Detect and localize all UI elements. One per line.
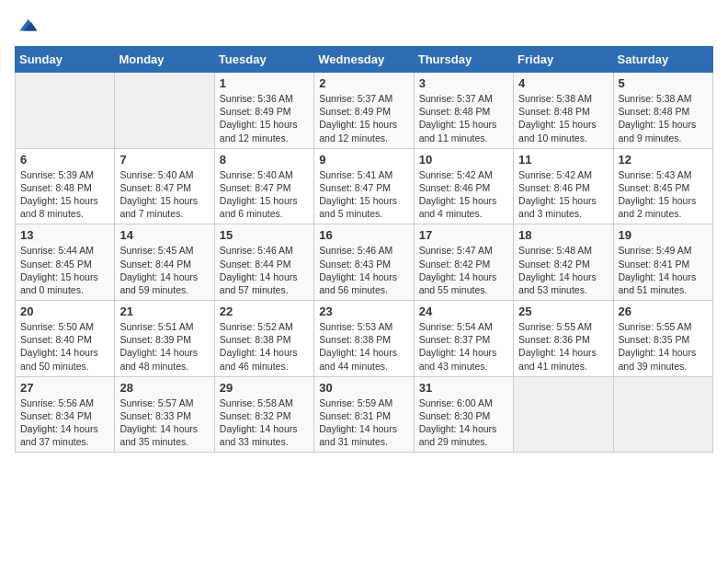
calendar-cell: 25Sunrise: 5:55 AMSunset: 8:36 PMDayligh…	[514, 301, 613, 377]
calendar-cell: 18Sunrise: 5:48 AMSunset: 8:42 PMDayligh…	[514, 224, 613, 301]
calendar-week-row: 20Sunrise: 5:50 AMSunset: 8:40 PMDayligh…	[16, 301, 713, 377]
day-number: 14	[119, 228, 209, 242]
day-info: Sunrise: 5:52 AMSunset: 8:38 PMDaylight:…	[220, 320, 309, 373]
calendar-cell: 16Sunrise: 5:46 AMSunset: 8:43 PMDayligh…	[314, 224, 414, 301]
calendar-cell: 6Sunrise: 5:39 AMSunset: 8:48 PMDaylight…	[16, 148, 115, 224]
calendar-cell: 30Sunrise: 5:59 AMSunset: 8:31 PMDayligh…	[314, 376, 414, 453]
calendar-header-row: SundayMondayTuesdayWednesdayThursdayFrid…	[16, 47, 713, 73]
day-info: Sunrise: 5:50 AMSunset: 8:40 PMDaylight:…	[20, 320, 109, 373]
day-info: Sunrise: 5:47 AMSunset: 8:42 PMDaylight:…	[419, 244, 508, 296]
day-info: Sunrise: 5:53 AMSunset: 8:38 PMDaylight:…	[319, 320, 408, 373]
day-number: 6	[20, 153, 109, 167]
day-number: 24	[419, 304, 508, 318]
day-info: Sunrise: 5:41 AMSunset: 8:47 PMDaylight:…	[319, 168, 408, 221]
day-info: Sunrise: 5:38 AMSunset: 8:48 PMDaylight:…	[518, 92, 608, 144]
calendar-cell: 23Sunrise: 5:53 AMSunset: 8:38 PMDayligh…	[314, 301, 414, 377]
calendar-cell: 20Sunrise: 5:50 AMSunset: 8:40 PMDayligh…	[16, 301, 115, 377]
day-number: 17	[419, 228, 508, 242]
calendar-cell: 8Sunrise: 5:40 AMSunset: 8:47 PMDaylight…	[214, 148, 313, 224]
day-info: Sunrise: 5:49 AMSunset: 8:41 PMDaylight:…	[619, 244, 708, 296]
calendar-cell: 28Sunrise: 5:57 AMSunset: 8:33 PMDayligh…	[115, 376, 214, 453]
day-number: 27	[20, 381, 109, 395]
day-info: Sunrise: 5:57 AMSunset: 8:33 PMDaylight:…	[119, 396, 209, 449]
calendar-week-row: 1Sunrise: 5:36 AMSunset: 8:49 PMDaylight…	[16, 73, 713, 149]
calendar-cell: 4Sunrise: 5:38 AMSunset: 8:48 PMDaylight…	[514, 73, 613, 149]
calendar-cell: 31Sunrise: 6:00 AMSunset: 8:30 PMDayligh…	[414, 376, 513, 453]
calendar-week-row: 13Sunrise: 5:44 AMSunset: 8:45 PMDayligh…	[16, 224, 713, 301]
day-info: Sunrise: 5:58 AMSunset: 8:32 PMDaylight:…	[220, 396, 309, 449]
day-number: 26	[619, 304, 708, 318]
day-number: 30	[319, 381, 408, 395]
day-info: Sunrise: 5:40 AMSunset: 8:47 PMDaylight:…	[220, 168, 309, 221]
day-header-saturday: Saturday	[613, 47, 712, 73]
day-number: 18	[518, 228, 608, 242]
day-header-friday: Friday	[514, 47, 613, 73]
calendar-cell: 29Sunrise: 5:58 AMSunset: 8:32 PMDayligh…	[214, 376, 313, 453]
calendar-cell	[514, 376, 613, 453]
calendar-cell: 9Sunrise: 5:41 AMSunset: 8:47 PMDaylight…	[314, 148, 414, 224]
day-info: Sunrise: 5:39 AMSunset: 8:48 PMDaylight:…	[20, 168, 109, 221]
day-info: Sunrise: 5:37 AMSunset: 8:49 PMDaylight:…	[319, 92, 408, 144]
day-header-thursday: Thursday	[414, 47, 513, 73]
day-info: Sunrise: 5:59 AMSunset: 8:31 PMDaylight:…	[319, 396, 408, 449]
calendar-cell: 22Sunrise: 5:52 AMSunset: 8:38 PMDayligh…	[214, 301, 313, 377]
day-number: 11	[518, 153, 608, 167]
calendar-cell	[115, 73, 214, 149]
day-info: Sunrise: 5:51 AMSunset: 8:39 PMDaylight:…	[119, 320, 209, 373]
day-number: 3	[419, 76, 508, 90]
day-info: Sunrise: 5:46 AMSunset: 8:43 PMDaylight:…	[319, 244, 408, 296]
day-number: 22	[220, 304, 309, 318]
day-info: Sunrise: 5:40 AMSunset: 8:47 PMDaylight:…	[119, 168, 209, 221]
day-info: Sunrise: 5:36 AMSunset: 8:49 PMDaylight:…	[220, 92, 309, 144]
day-info: Sunrise: 5:43 AMSunset: 8:45 PMDaylight:…	[619, 168, 708, 221]
calendar-cell: 15Sunrise: 5:46 AMSunset: 8:44 PMDayligh…	[214, 224, 313, 301]
day-number: 21	[119, 304, 209, 318]
calendar-cell: 14Sunrise: 5:45 AMSunset: 8:44 PMDayligh…	[115, 224, 214, 301]
day-number: 16	[319, 228, 408, 242]
day-info: Sunrise: 5:56 AMSunset: 8:34 PMDaylight:…	[20, 396, 109, 449]
calendar-cell: 12Sunrise: 5:43 AMSunset: 8:45 PMDayligh…	[613, 148, 712, 224]
calendar-cell: 27Sunrise: 5:56 AMSunset: 8:34 PMDayligh…	[16, 376, 115, 453]
day-header-wednesday: Wednesday	[314, 47, 414, 73]
day-number: 25	[518, 304, 608, 318]
day-number: 19	[619, 228, 708, 242]
day-number: 12	[619, 153, 708, 167]
calendar-cell: 1Sunrise: 5:36 AMSunset: 8:49 PMDaylight…	[214, 73, 313, 149]
day-number: 29	[220, 381, 309, 395]
logo	[15, 15, 39, 37]
calendar-cell: 5Sunrise: 5:38 AMSunset: 8:48 PMDaylight…	[613, 73, 712, 149]
day-number: 13	[20, 228, 109, 242]
day-header-tuesday: Tuesday	[214, 47, 313, 73]
day-info: Sunrise: 5:37 AMSunset: 8:48 PMDaylight:…	[419, 92, 508, 144]
day-info: Sunrise: 5:42 AMSunset: 8:46 PMDaylight:…	[419, 168, 508, 221]
calendar-cell: 11Sunrise: 5:42 AMSunset: 8:46 PMDayligh…	[514, 148, 613, 224]
day-number: 10	[419, 153, 508, 167]
day-number: 7	[119, 153, 209, 167]
calendar-cell: 7Sunrise: 5:40 AMSunset: 8:47 PMDaylight…	[115, 148, 214, 224]
day-number: 20	[20, 304, 109, 318]
day-number: 8	[220, 153, 309, 167]
day-info: Sunrise: 5:42 AMSunset: 8:46 PMDaylight:…	[518, 168, 608, 221]
day-number: 23	[319, 304, 408, 318]
calendar-cell: 13Sunrise: 5:44 AMSunset: 8:45 PMDayligh…	[16, 224, 115, 301]
calendar-cell: 19Sunrise: 5:49 AMSunset: 8:41 PMDayligh…	[613, 224, 712, 301]
day-number: 28	[119, 381, 209, 395]
day-info: Sunrise: 5:45 AMSunset: 8:44 PMDaylight:…	[119, 244, 209, 296]
day-info: Sunrise: 5:46 AMSunset: 8:44 PMDaylight:…	[220, 244, 309, 296]
calendar-week-row: 27Sunrise: 5:56 AMSunset: 8:34 PMDayligh…	[16, 376, 713, 453]
day-number: 9	[319, 153, 408, 167]
day-number: 2	[319, 76, 408, 90]
calendar-week-row: 6Sunrise: 5:39 AMSunset: 8:48 PMDaylight…	[16, 148, 713, 224]
calendar-cell: 21Sunrise: 5:51 AMSunset: 8:39 PMDayligh…	[115, 301, 214, 377]
day-number: 31	[419, 381, 508, 395]
day-number: 1	[220, 76, 309, 90]
calendar-cell: 10Sunrise: 5:42 AMSunset: 8:46 PMDayligh…	[414, 148, 513, 224]
day-info: Sunrise: 5:38 AMSunset: 8:48 PMDaylight:…	[619, 92, 708, 144]
calendar-table: SundayMondayTuesdayWednesdayThursdayFrid…	[15, 46, 713, 453]
day-header-monday: Monday	[115, 47, 214, 73]
day-info: Sunrise: 5:55 AMSunset: 8:36 PMDaylight:…	[518, 320, 608, 373]
calendar-cell: 2Sunrise: 5:37 AMSunset: 8:49 PMDaylight…	[314, 73, 414, 149]
calendar-cell	[16, 73, 115, 149]
day-header-sunday: Sunday	[16, 47, 115, 73]
day-info: Sunrise: 5:44 AMSunset: 8:45 PMDaylight:…	[20, 244, 109, 296]
